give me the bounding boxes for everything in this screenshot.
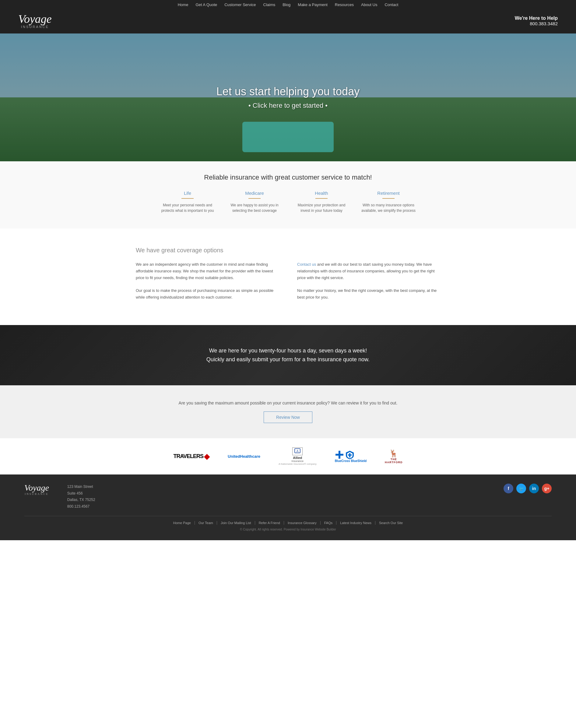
review-now-button[interactable]: Review Now — [264, 412, 312, 423]
banner-line2: Quickly and easily submit your form for … — [12, 355, 564, 364]
service-life-title: Life — [160, 190, 215, 196]
site-header: Voyage INSURANCE We're Here to Help 800.… — [0, 9, 576, 33]
footer-link-glossary[interactable]: Insurance Glossary — [284, 521, 321, 525]
nav-claims[interactable]: Claims — [263, 2, 276, 7]
nav-contact[interactable]: Contact — [384, 2, 398, 7]
service-medicare-title: Medicare — [227, 190, 282, 196]
services-grid: Life Meet your personal needs and protec… — [24, 190, 552, 213]
twitter-icon[interactable]: 🐦 — [516, 484, 526, 493]
service-health-title: Health — [294, 190, 349, 196]
nav-get-a-quote[interactable]: Get A Quote — [196, 2, 217, 7]
service-health-desc: Maximize your protection and invest in y… — [294, 203, 349, 213]
coverage-right-p2: No matter your history, we find the righ… — [297, 287, 440, 301]
help-label: We're Here to Help — [515, 16, 558, 21]
service-health[interactable]: Health Maximize your protection and inve… — [288, 190, 355, 213]
site-footer: Voyage INSURANCE 123 Main Street Suite 4… — [0, 475, 576, 540]
service-retirement-title: Retirement — [361, 190, 416, 196]
banner-content: We are here for you twenty-four hours a … — [12, 346, 564, 364]
allied-shield-icon: A — [294, 448, 300, 454]
service-retirement-desc: With so many insurance options available… — [361, 203, 416, 213]
coverage-section: We have great coverage options We are an… — [0, 229, 576, 325]
hero-section[interactable]: Let us start helping you today • Click h… — [0, 33, 576, 161]
footer-link-mailing-list[interactable]: Join Our Mailing List — [217, 521, 255, 525]
phone-number[interactable]: 800.383.3482 — [515, 21, 558, 26]
footer-main: Voyage INSURANCE 123 Main Street Suite 4… — [24, 484, 552, 510]
hero-cta-text[interactable]: • Click here to get started • — [217, 102, 359, 110]
services-headline: Reliable insurance with great customer s… — [24, 174, 552, 181]
hartford-deer-icon: 🦌 — [385, 449, 403, 458]
nav-home[interactable]: Home — [178, 2, 189, 7]
footer-link-refer-friend[interactable]: Refer A Friend — [255, 521, 284, 525]
footer-link-our-team[interactable]: Our Team — [195, 521, 217, 525]
nav-blog[interactable]: Blog — [283, 2, 290, 7]
nav-customer-service[interactable]: Customer Service — [224, 2, 256, 7]
service-medicare-divider — [249, 198, 261, 199]
header-contact: We're Here to Help 800.383.3482 — [515, 16, 558, 26]
footer-links: Home Page Our Team Join Our Mailing List… — [24, 516, 552, 525]
service-medicare-desc: We are happy to assist you in selecting … — [227, 203, 282, 213]
footer-link-home-page[interactable]: Home Page — [170, 521, 195, 525]
contact-us-link[interactable]: Contact us — [297, 262, 316, 267]
coverage-left-p2: Our goal is to make the process of purch… — [136, 287, 279, 301]
footer-link-search[interactable]: Search Our Site — [375, 521, 406, 525]
service-life[interactable]: Life Meet your personal needs and protec… — [154, 190, 221, 213]
service-medicare[interactable]: Medicare We are happy to assist you in s… — [221, 190, 288, 213]
service-retirement[interactable]: Retirement With so many insurance option… — [355, 190, 422, 213]
service-life-desc: Meet your personal needs and protects wh… — [160, 203, 215, 213]
services-section: Reliable insurance with great customer s… — [0, 161, 576, 229]
nav-make-payment[interactable]: Make a Payment — [298, 2, 327, 7]
logo[interactable]: Voyage INSURANCE — [18, 13, 52, 29]
carrier-unitedhealthcare: UnitedHealthcare — [228, 454, 260, 459]
coverage-col-left: We are an independent agency with the cu… — [136, 261, 279, 307]
footer-social: f 🐦 in g+ — [503, 484, 552, 493]
banner-section: We are here for you twenty-four hours a … — [0, 325, 576, 385]
svg-rect-5 — [348, 454, 352, 456]
bcbs-cross-icon — [335, 450, 344, 459]
google-plus-icon[interactable]: g+ — [542, 484, 552, 493]
svg-rect-3 — [336, 454, 343, 456]
coverage-col-right: Contact us and we will do our best to st… — [297, 261, 440, 307]
footer-link-industry-news[interactable]: Latest Industry News — [337, 521, 375, 525]
footer-link-faqs[interactable]: FAQs — [321, 521, 337, 525]
review-section: Are you saving the maximum amount possib… — [0, 385, 576, 438]
svg-text:A: A — [296, 450, 299, 453]
nav-resources[interactable]: Resources — [335, 2, 354, 7]
carriers-section: TRAVELERS ◆ UnitedHealthcare A Allied In… — [0, 438, 576, 475]
footer-logo[interactable]: Voyage INSURANCE — [24, 484, 49, 495]
carrier-travelers: TRAVELERS ◆ — [173, 452, 209, 461]
footer-address: 123 Main Street Suite 456 Dallas, TX 752… — [67, 484, 95, 510]
top-navigation: Home Get A Quote Customer Service Claims… — [0, 0, 576, 9]
service-life-divider — [181, 198, 194, 199]
bcbs-shield-icon — [345, 450, 354, 459]
footer-copyright: © Copyright. All rights reserved. Powere… — [24, 528, 552, 531]
facebook-icon[interactable]: f — [503, 484, 513, 493]
nav-about-us[interactable]: About Us — [361, 2, 377, 7]
carrier-hartford: 🦌 THEHARTFORD — [385, 449, 403, 464]
hero-content: Let us start helping you today • Click h… — [217, 85, 359, 110]
coverage-right-p1: Contact us and we will do our best to st… — [297, 261, 440, 281]
carrier-allied: A Allied Insurance A Nationwide Insuranc… — [279, 447, 317, 465]
coverage-columns: We are an independent agency with the cu… — [136, 261, 440, 307]
service-health-divider — [315, 198, 327, 199]
service-retirement-divider — [382, 198, 395, 199]
coverage-inner: We have great coverage options We are an… — [136, 247, 440, 307]
carrier-bcbs: BlueCross BlueShield — [335, 450, 367, 463]
coverage-left-p1: We are an independent agency with the cu… — [136, 261, 279, 281]
banner-line1: We are here for you twenty-four hours a … — [12, 346, 564, 355]
review-text: Are you saving the maximum amount possib… — [12, 400, 564, 405]
linkedin-icon[interactable]: in — [529, 484, 539, 493]
coverage-title: We have great coverage options — [136, 247, 440, 254]
hero-title: Let us start helping you today — [217, 85, 359, 98]
